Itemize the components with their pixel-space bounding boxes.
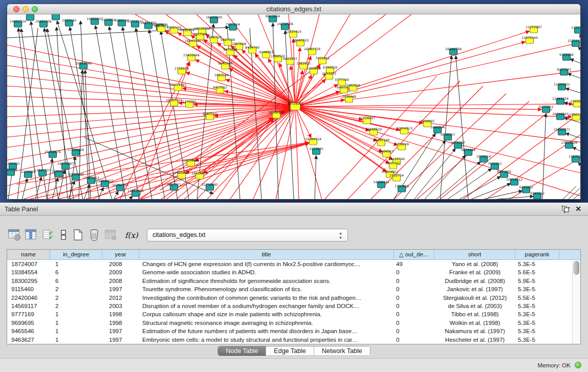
- table-row[interactable]: 1830029562008Estimation of significance …: [7, 277, 572, 285]
- minimize-window-button[interactable]: [23, 6, 29, 12]
- graph-node-label: 18300295: [268, 111, 285, 114]
- table-row[interactable]: 969969511998Structural magnetic resonanc…: [7, 319, 572, 327]
- graph-node-label: 12325419: [285, 30, 301, 33]
- cell: 9115460: [7, 285, 50, 293]
- graph-node-label: 9329966: [559, 53, 574, 56]
- cell: Estimation of significance thresholds fo…: [139, 277, 394, 285]
- table-header-row: namein_degreeyeartitle△ out_de…shortpage…: [7, 250, 580, 260]
- graph-node-label: 8471876: [497, 170, 511, 173]
- network-desktop: citations_edges.txt 14055724206914062093…: [0, 0, 588, 203]
- memory-ok-indicator-icon: [575, 362, 581, 368]
- cell: 5.3E-5: [515, 319, 559, 327]
- table-row[interactable]: 1456911722003Disruption of a novel membe…: [7, 302, 572, 310]
- cell: 18724007: [7, 260, 50, 268]
- cell: 19384554: [7, 268, 50, 276]
- graph-node-label: 18107554: [166, 98, 182, 102]
- graph-node-label: 9827508: [221, 38, 235, 41]
- tab-network-table[interactable]: Network Table: [314, 346, 370, 356]
- cell: 14569117: [7, 302, 50, 310]
- column-header-out_de[interactable]: △ out_de…: [394, 250, 434, 259]
- graph-node-label: 10975887: [57, 162, 74, 165]
- graph-node-label: 8267130: [203, 112, 217, 116]
- float-window-icon[interactable]: [562, 206, 570, 213]
- column-header-short[interactable]: short: [434, 250, 515, 259]
- column-header-in_degree[interactable]: in_degree: [50, 250, 102, 259]
- cell: 5.9E-5: [515, 277, 559, 285]
- graph-node-label: 1621072: [322, 72, 336, 75]
- window-titlebar[interactable]: citations_edges.txt: [7, 4, 580, 14]
- graph-node-label: 8938923: [441, 133, 455, 136]
- table-panel-body: ✓✓ f(x) citations_edges.txt ▲▼ namein_de…: [0, 216, 588, 372]
- citation-network-graph[interactable]: 1405572420691406209314010653247152760269…: [7, 14, 580, 199]
- column-header-title[interactable]: title: [139, 250, 394, 259]
- graph-node-label: 2967608: [232, 42, 246, 46]
- table-select-dropdown[interactable]: citations_edges.txt ▲▼: [147, 229, 348, 242]
- graph-node-label: 17359928: [68, 148, 84, 151]
- cell: 1997: [102, 327, 139, 335]
- graph-node-label: 8186328: [207, 35, 221, 39]
- cell: 5.5E-5: [515, 294, 559, 302]
- graph-node-label: 16958107: [97, 179, 113, 183]
- tab-node-table[interactable]: Node Table: [218, 346, 266, 356]
- table-row[interactable]: 977716911998Corpus callosum shape and si…: [7, 310, 572, 318]
- column-header-pagerank[interactable]: pagerank: [515, 250, 559, 259]
- table-settings-icon[interactable]: [7, 228, 21, 243]
- cell: 5.3E-5: [515, 327, 559, 335]
- cell: 1997: [102, 336, 139, 344]
- cell: 1997: [102, 285, 139, 293]
- graph-node[interactable]: [52, 14, 60, 20]
- graph-node-label: 7425402: [175, 171, 189, 174]
- graph-node-label: 9146821: [259, 50, 273, 54]
- column-header-name[interactable]: name: [7, 250, 50, 259]
- cell: 1: [50, 310, 102, 318]
- graph-node-label: 16210643: [552, 112, 569, 116]
- graph-node-label: 12213383: [170, 83, 186, 86]
- graph-node-label: 7963822: [154, 24, 168, 28]
- graph-node-label: 13654923: [396, 126, 412, 130]
- table-row[interactable]: 946554611997Estimation of the future num…: [7, 327, 572, 335]
- delete-table-icon[interactable]: [87, 228, 101, 243]
- close-window-button[interactable]: [13, 6, 19, 12]
- graph-node-label: 1170065: [182, 100, 197, 103]
- function-builder-button[interactable]: f(x): [125, 231, 138, 240]
- graph-node[interactable]: [27, 14, 34, 20]
- graph-node-label: 16782759: [112, 183, 128, 187]
- table-type-segmented-control: Node TableEdge TableNetwork Table: [217, 346, 370, 356]
- graph-node-label: 10654112: [506, 178, 522, 181]
- memory-status-label: Memory: OK: [537, 362, 571, 368]
- table-row[interactable]: 946362711997Embryonic stem cells: a mode…: [7, 336, 572, 344]
- graph-node-label: 2036448: [342, 95, 356, 98]
- graph-node-label: 20053346: [75, 61, 92, 65]
- graph-node-label: 10688639: [365, 127, 382, 131]
- cell: 0: [394, 319, 434, 327]
- close-panel-icon[interactable]: ✕: [575, 205, 581, 213]
- graph-node-label: 2933514: [476, 155, 491, 158]
- vertical-scrollbar[interactable]: [572, 260, 580, 344]
- show-columns-icon[interactable]: [24, 228, 38, 243]
- dropdown-stepper-icon: ▲▼: [338, 231, 343, 240]
- table-row[interactable]: 911546021997Tourette syndrome. Phenomeno…: [7, 285, 572, 293]
- table-row[interactable]: 2242004622012Investigating the contribut…: [7, 294, 572, 302]
- cell: 5.3E-5: [515, 260, 559, 268]
- graph-node-label: 18640910: [292, 38, 309, 42]
- network-window: citations_edges.txt 14055724206914062093…: [7, 4, 581, 200]
- cell: Tibbo et al. (1998): [434, 310, 515, 318]
- import-table-icon[interactable]: [103, 228, 118, 243]
- table-row[interactable]: 1938455462009Genome-wide association stu…: [7, 268, 572, 276]
- table-row[interactable]: 1872400712008Changes of HCN gene express…: [7, 260, 572, 268]
- graph-node-label: 9827509: [193, 32, 207, 36]
- cell: Changes of HCN gene expression and I(f) …: [139, 260, 394, 268]
- graph-node-label: 13942737: [34, 168, 51, 172]
- cell: 1: [50, 260, 102, 268]
- graph-node-label: 20206576: [45, 150, 61, 154]
- tab-edge-table[interactable]: Edge Table: [266, 346, 313, 356]
- column-header-year[interactable]: year: [102, 250, 139, 259]
- scrollbar-thumb[interactable]: [574, 261, 579, 275]
- select-all-rows-icon[interactable]: ✓✓: [41, 228, 55, 243]
- graph-node-label: 17016504: [561, 141, 577, 144]
- row-height-icon[interactable]: [56, 228, 71, 243]
- zoom-window-button[interactable]: [32, 6, 38, 12]
- new-table-icon[interactable]: [71, 228, 85, 243]
- graph-node-label: 2522754: [389, 173, 404, 177]
- graph-node-label: 15751074: [568, 39, 580, 42]
